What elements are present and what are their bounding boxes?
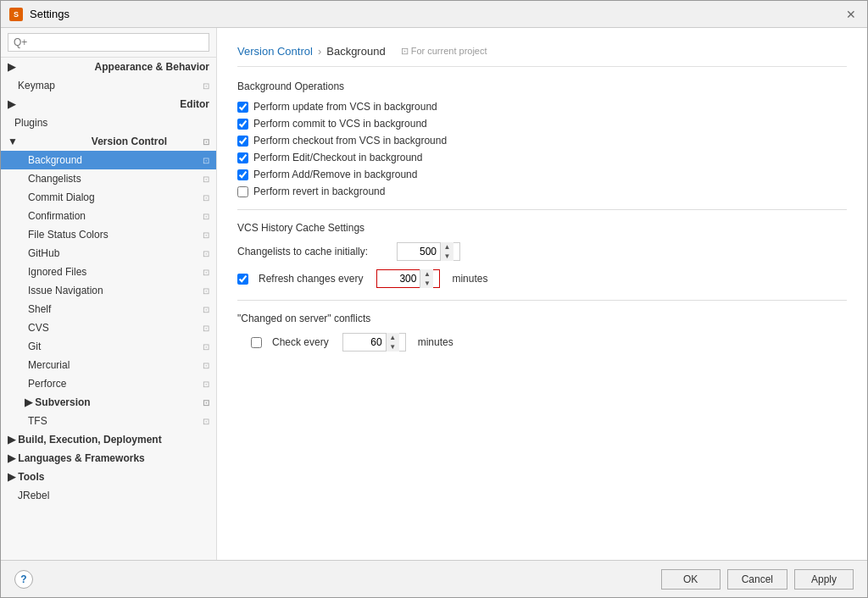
expand-arrow: ▶ [8, 98, 15, 110]
sidebar-item-build[interactable]: ▶ Build, Execution, Deployment [1, 430, 216, 449]
sidebar-item-appearance[interactable]: ▶ Appearance & Behavior [1, 58, 216, 76]
checkbox-checkout[interactable] [237, 136, 248, 147]
changelists-increment[interactable]: ▲ [440, 242, 453, 252]
breadcrumb-current: Background [326, 45, 385, 58]
sidebar-item-tfs[interactable]: TFS ⊡ [1, 412, 216, 430]
expand-arrow: ▶ [25, 396, 32, 408]
conflicts-title: "Changed on server" conflicts [237, 313, 847, 324]
title-bar-left: S Settings [9, 8, 70, 21]
check-every-decrement[interactable]: ▼ [386, 342, 399, 352]
sidebar-item-perforce[interactable]: Perforce ⊡ [1, 374, 216, 393]
breadcrumb-parent[interactable]: Version Control [237, 45, 313, 58]
settings-icon: ⊡ [203, 193, 209, 202]
breadcrumb-separator: › [318, 45, 321, 58]
checkbox-check-every[interactable] [251, 337, 262, 348]
expand-arrow: ▶ [8, 434, 15, 446]
sidebar-item-issue-navigation[interactable]: Issue Navigation ⊡ [1, 281, 216, 300]
settings-icon: ⊡ [203, 286, 209, 296]
divider-2 [237, 300, 847, 301]
search-input[interactable] [8, 33, 209, 52]
settings-icon: ⊡ [203, 379, 209, 389]
checkbox-addremove[interactable] [237, 169, 248, 180]
apply-button[interactable]: Apply [794, 569, 854, 590]
bottom-bar: ? OK Cancel Apply [1, 560, 867, 597]
check-every-spinner: 60 ▲ ▼ [342, 333, 406, 352]
checkbox-row-5: Perform Add/Remove in background [237, 169, 847, 180]
ok-button[interactable]: OK [661, 569, 721, 590]
sidebar-item-tools[interactable]: ▶ Tools [1, 468, 216, 486]
sidebar-item-mercurial[interactable]: Mercurial ⊡ [1, 356, 216, 374]
sidebar-item-editor[interactable]: ▶ Editor [1, 95, 216, 114]
sidebar-item-languages[interactable]: ▶ Languages & Frameworks [1, 449, 216, 468]
checkbox-row-4: Perform Edit/Checkout in background [237, 152, 847, 163]
search-box [1, 28, 216, 58]
sidebar-item-ignored-files[interactable]: Ignored Files ⊡ [1, 263, 216, 281]
settings-icon: ⊡ [203, 212, 209, 221]
check-every-row: Check every 60 ▲ ▼ minutes [251, 333, 847, 352]
settings-icon: ⊡ [203, 398, 209, 407]
checkbox-commit[interactable] [237, 119, 248, 130]
sidebar-item-background[interactable]: Background ⊡ [1, 151, 216, 169]
refresh-input[interactable]: 300 [377, 272, 420, 285]
content-area: Version Control › Background ⊡ For curre… [217, 28, 867, 560]
settings-icon: ⊡ [203, 156, 209, 165]
refresh-spinner: 300 ▲ ▼ [376, 269, 440, 288]
expand-arrow: ▶ [8, 452, 15, 464]
checkbox-editcheckout-label: Perform Edit/Checkout in background [253, 152, 422, 163]
check-every-input[interactable]: 60 [343, 335, 386, 349]
sidebar-item-confirmation[interactable]: Confirmation ⊡ [1, 207, 216, 225]
settings-icon: ⊡ [203, 305, 209, 314]
check-every-spinner-buttons: ▲ ▼ [386, 333, 399, 352]
refresh-decrement[interactable]: ▼ [420, 279, 433, 288]
expand-arrow: ▼ [8, 136, 18, 147]
checkbox-row-6: Perform revert in background [237, 185, 847, 197]
checkbox-update[interactable] [237, 102, 248, 113]
changelists-spinner-buttons: ▲ ▼ [440, 242, 453, 261]
cancel-button[interactable]: Cancel [727, 569, 787, 590]
changelists-decrement[interactable]: ▼ [440, 252, 453, 261]
expand-arrow: ▶ [8, 471, 15, 483]
breadcrumb-project: ⊡ For current project [401, 46, 487, 57]
refresh-increment[interactable]: ▲ [420, 269, 433, 279]
checkbox-update-label: Perform update from VCS in background [253, 101, 437, 113]
checkbox-commit-label: Perform commit to VCS in background [253, 118, 427, 130]
sidebar-item-commit-dialog[interactable]: Commit Dialog ⊡ [1, 188, 216, 207]
expand-arrow: ▶ [8, 61, 15, 73]
sidebar-item-jrebel[interactable]: JRebel [1, 486, 216, 505]
sidebar-item-plugins[interactable]: Plugins [1, 114, 216, 132]
checkbox-checkout-label: Perform checkout from VCS in background [253, 135, 447, 147]
app-icon: S [9, 8, 23, 21]
settings-icon: ⊡ [203, 137, 209, 147]
sidebar-item-changelists[interactable]: Changelists ⊡ [1, 169, 216, 188]
main-content: ▶ Appearance & Behavior Keymap ⊡ ▶ Edito… [1, 28, 867, 560]
checkbox-editcheckout[interactable] [237, 152, 248, 163]
sidebar-item-github[interactable]: GitHub ⊡ [1, 244, 216, 263]
settings-icon: ⊡ [203, 268, 209, 277]
checkbox-refresh[interactable] [237, 274, 248, 285]
settings-icon: ⊡ [203, 174, 209, 184]
sidebar-item-keymap[interactable]: Keymap ⊡ [1, 76, 216, 95]
settings-icon: ⊡ [203, 417, 209, 426]
sidebar-item-shelf[interactable]: Shelf ⊡ [1, 300, 216, 318]
sidebar-item-cvs[interactable]: CVS ⊡ [1, 318, 216, 337]
refresh-label: Refresh changes every [259, 273, 363, 285]
bg-operations-title: Background Operations [237, 80, 847, 92]
changelists-input[interactable]: 500 [398, 245, 440, 258]
sidebar-item-version-control[interactable]: ▼ Version Control ⊡ [1, 132, 216, 151]
sidebar-item-subversion[interactable]: ▶ Subversion ⊡ [1, 393, 216, 412]
title-bar: S Settings ✕ [1, 1, 867, 28]
sidebar-item-git[interactable]: Git ⊡ [1, 337, 216, 356]
checkbox-row-2: Perform commit to VCS in background [237, 118, 847, 130]
breadcrumb: Version Control › Background ⊡ For curre… [237, 45, 847, 67]
refresh-row: Refresh changes every 300 ▲ ▼ minutes [237, 269, 847, 288]
settings-icon: ⊡ [203, 342, 209, 352]
check-every-unit: minutes [418, 336, 453, 348]
sidebar-item-file-status-colors[interactable]: File Status Colors ⊡ [1, 225, 216, 244]
checkbox-revert[interactable] [237, 186, 248, 197]
help-button[interactable]: ? [14, 570, 33, 589]
check-every-increment[interactable]: ▲ [386, 333, 399, 342]
checkbox-row-1: Perform update from VCS in background [237, 101, 847, 113]
close-button[interactable]: ✕ [843, 7, 859, 22]
checkbox-addremove-label: Perform Add/Remove in background [253, 169, 417, 180]
settings-icon: ⊡ [203, 230, 209, 240]
